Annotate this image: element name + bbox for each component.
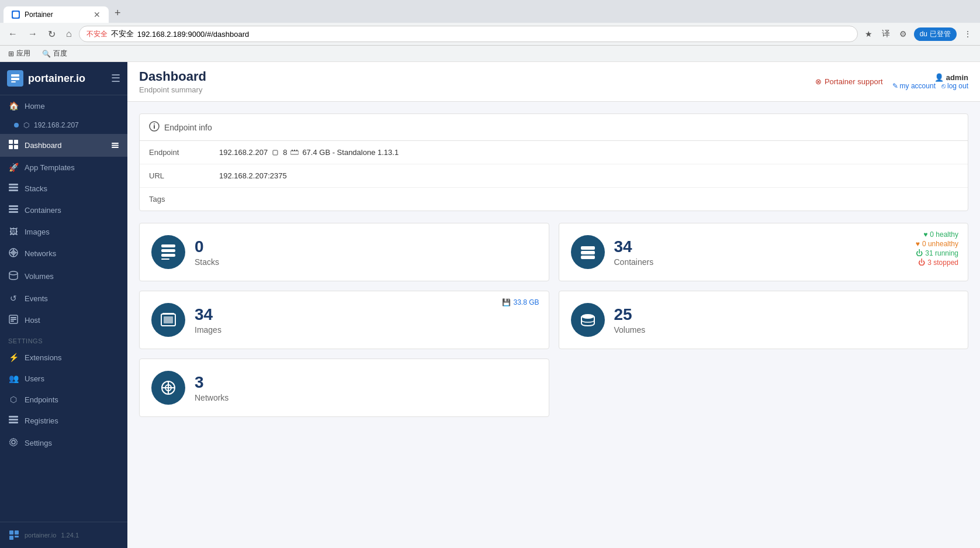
back-button[interactable]: ← <box>5 26 21 42</box>
bookmark-button[interactable]: ★ <box>861 26 876 42</box>
admin-name-text: admin <box>946 73 968 82</box>
sidebar-registries-label: Registries <box>25 416 58 425</box>
sidebar-endpoints-label: Endpoints <box>25 395 58 404</box>
url-row: URL 192.168.2.207:2375 <box>140 164 968 188</box>
sidebar-item-extensions[interactable]: ⚡ Extensions <box>0 347 127 368</box>
containers-count: 34 <box>614 237 654 256</box>
svg-rect-12 <box>9 187 18 188</box>
bookmark-apps[interactable]: ⊞ 应用 <box>6 47 33 60</box>
sidebar-settings-label: Settings <box>25 439 52 447</box>
log-out-link[interactable]: ⎋ log out <box>941 82 968 90</box>
svg-rect-25 <box>11 320 14 322</box>
support-link-text: Portainer support <box>825 77 883 86</box>
bookmark-baidu[interactable]: 🔍 百度 <box>40 47 70 60</box>
containers-running: ⏻ 31 running <box>916 249 958 257</box>
healthy-icon: ♥ <box>923 230 927 239</box>
volumes-card-icon <box>571 303 605 337</box>
my-account-link[interactable]: ✎ my account <box>892 82 936 90</box>
containers-label: Containers <box>614 257 654 267</box>
svg-rect-28 <box>9 422 18 423</box>
sidebar-item-dashboard[interactable]: Dashboard <box>0 134 127 157</box>
users-icon: 👥 <box>8 374 19 383</box>
sidebar-item-networks[interactable]: Networks <box>0 242 127 265</box>
endpoint-info-title: Endpoint info <box>164 123 212 132</box>
extensions-button[interactable]: ⚙ <box>896 26 910 42</box>
stacks-card[interactable]: 0 Stacks <box>139 223 549 281</box>
networks-stat-info: 3 Networks <box>195 373 228 402</box>
containers-extra: ♥ 0 healthy ♥ 0 unhealthy ⏻ 31 running <box>916 230 958 267</box>
networks-card-icon <box>151 371 185 405</box>
images-card-icon <box>151 303 185 337</box>
networks-card[interactable]: 3 Networks <box>139 359 549 417</box>
svg-point-49 <box>582 247 584 249</box>
sidebar-networks-label: Networks <box>25 249 56 258</box>
containers-healthy: ♥ 0 healthy <box>923 230 958 239</box>
tab-close-button[interactable]: ✕ <box>94 10 101 19</box>
sidebar-item-settings[interactable]: Settings <box>0 432 127 454</box>
home-button[interactable]: ⌂ <box>63 26 75 42</box>
endpoint-name: 192.168.2.207 <box>34 121 79 129</box>
volumes-card[interactable]: 25 Volumes <box>559 291 969 349</box>
sidebar-item-endpoint[interactable]: ⬡ 192.168.2.207 <box>0 116 127 134</box>
tags-label: Tags <box>149 195 219 204</box>
sidebar-events-label: Events <box>25 294 48 303</box>
address-bar[interactable]: 不安全 不安全 192.168.2.189:9000/#/dashboard <box>79 26 858 42</box>
portainer-support-link[interactable]: ⊗ Portainer support <box>815 77 883 86</box>
svg-rect-30 <box>9 530 13 535</box>
endpoint-icon: ⬡ <box>23 121 29 129</box>
sidebar-images-label: Images <box>25 228 50 236</box>
forward-button[interactable]: → <box>25 26 41 42</box>
svg-point-50 <box>582 252 584 254</box>
sidebar-item-volumes[interactable]: Volumes <box>0 265 127 288</box>
extensions-nav-icon: ⚡ <box>8 353 19 362</box>
svg-point-36 <box>154 123 155 125</box>
sidebar-item-containers[interactable]: Containers <box>0 199 127 221</box>
sidebar-item-stacks[interactable]: Stacks <box>0 178 127 199</box>
new-tab-button[interactable]: + <box>109 4 127 23</box>
baidu-label: 百度 <box>53 49 67 58</box>
sidebar-item-endpoints[interactable]: ⬡ Endpoints <box>0 389 127 410</box>
images-extra: 💾 33.8 GB <box>502 298 539 306</box>
dashboard-icon <box>8 140 19 151</box>
endpoint-ip: 192.168.2.207 <box>219 148 268 157</box>
logo-icon <box>7 70 23 87</box>
sidebar-item-app-templates[interactable]: 🚀 App Templates <box>0 157 127 178</box>
svg-rect-54 <box>162 313 174 315</box>
apps-label: 应用 <box>16 49 30 58</box>
refresh-button[interactable]: ↻ <box>44 26 59 42</box>
logout-icon: ⎋ <box>941 82 946 90</box>
menu-button[interactable]: ⋮ <box>960 27 975 41</box>
registries-icon <box>8 416 19 426</box>
user-initials: du <box>920 30 927 38</box>
volumes-count: 25 <box>614 305 646 324</box>
events-icon: ↺ <box>8 294 19 303</box>
svg-rect-5 <box>14 140 18 144</box>
endpoint-info-header: Endpoint info <box>140 114 968 141</box>
images-card[interactable]: 34 Images 💾 33.8 GB <box>139 291 549 349</box>
log-out-text: log out <box>947 82 968 90</box>
sidebar-item-host[interactable]: Host <box>0 309 127 332</box>
translate-button[interactable]: 译 <box>878 26 894 42</box>
sidebar-containers-label: Containers <box>25 206 61 215</box>
support-icon: ⊗ <box>815 77 822 86</box>
sidebar-toggle[interactable]: ☰ <box>111 72 120 85</box>
footer-logo <box>8 529 20 541</box>
sidebar-item-registries[interactable]: Registries <box>0 410 127 432</box>
stopped-count: 3 stopped <box>927 259 958 267</box>
sidebar-volumes-label: Volumes <box>25 272 54 281</box>
sidebar-item-events[interactable]: ↺ Events <box>0 288 127 309</box>
sidebar-item-images[interactable]: 🖼 Images <box>0 221 127 242</box>
sidebar-item-home[interactable]: 🏠 Home <box>0 95 127 116</box>
endpoints-icon: ⬡ <box>8 395 19 404</box>
svg-rect-3 <box>11 81 16 82</box>
containers-card[interactable]: 34 Containers ♥ 0 healthy ♥ 0 unhealthy <box>559 223 969 281</box>
url-label: URL <box>149 171 219 180</box>
tab-title: Portainer <box>25 11 53 19</box>
unhealthy-count: 0 unhealthy <box>922 240 958 248</box>
admin-avatar-icon: 👤 <box>934 73 944 82</box>
active-tab[interactable]: Portainer ✕ <box>4 6 109 23</box>
user-badge[interactable]: du 已登管 <box>914 27 957 41</box>
svg-point-21 <box>9 271 18 275</box>
svg-rect-0 <box>13 12 19 18</box>
sidebar-item-users[interactable]: 👥 Users <box>0 368 127 389</box>
